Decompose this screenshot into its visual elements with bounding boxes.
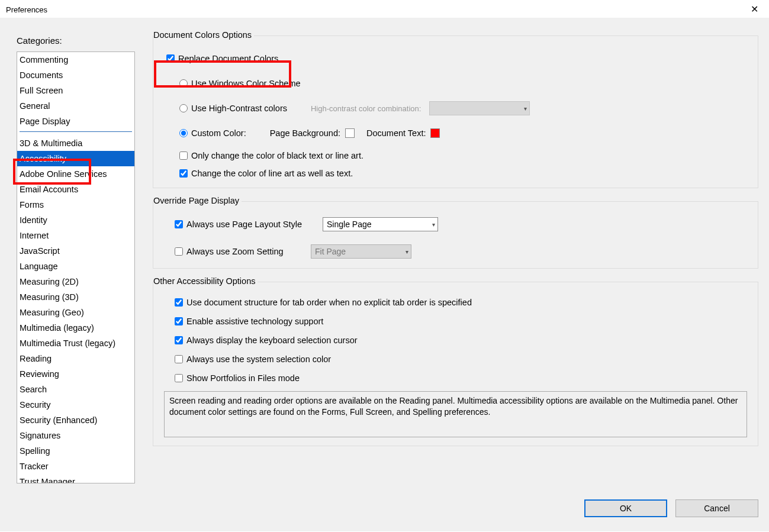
legend-other: Other Accessibility Options bbox=[153, 276, 258, 286]
checkbox-sys-sel-color[interactable] bbox=[175, 355, 183, 363]
category-item[interactable]: 3D & Multimedia bbox=[17, 136, 134, 151]
chevron-down-icon: ▾ bbox=[524, 105, 527, 112]
row-custom-color: Custom Color: Page Background: Document … bbox=[164, 128, 747, 138]
radio-custom-color[interactable] bbox=[179, 129, 188, 137]
chevron-down-icon: ▾ bbox=[406, 249, 408, 255]
row-use-high-contrast: Use High-Contrast colors High-contrast c… bbox=[164, 101, 747, 115]
label-kb-cursor: Always display the keyboard selection cu… bbox=[186, 336, 358, 345]
checkbox-zoom-setting[interactable] bbox=[175, 247, 183, 256]
category-item[interactable]: Security (Enhanced) bbox=[17, 412, 134, 428]
category-item[interactable]: JavaScript bbox=[17, 243, 134, 259]
category-item[interactable]: Reading bbox=[17, 351, 134, 366]
category-item[interactable]: Search bbox=[17, 382, 134, 397]
combo-zoom-value: Fit Page bbox=[315, 247, 346, 256]
row-sys-sel-color: Always use the system selection color bbox=[164, 354, 747, 364]
main-area: Categories: CommentingDocumentsFull Scre… bbox=[0, 18, 769, 531]
row-zoom-setting: Always use Zoom Setting Fit Page ▾ bbox=[164, 244, 747, 259]
row-only-black: Only change the color of black text or l… bbox=[164, 151, 747, 160]
info-box-accessibility: Screen reading and reading order options… bbox=[164, 391, 747, 437]
label-document-text: Document Text: bbox=[366, 128, 426, 138]
close-icon[interactable]: ✕ bbox=[747, 5, 762, 14]
label-custom-color: Custom Color: bbox=[191, 128, 246, 138]
group-document-colors: Document Colors Options Replace Document… bbox=[153, 36, 758, 188]
category-item[interactable]: Tracker bbox=[17, 459, 134, 474]
checkbox-kb-cursor[interactable] bbox=[175, 336, 183, 344]
group-override-page-display: Override Page Display Always use Page La… bbox=[153, 201, 758, 269]
category-item[interactable]: Identity bbox=[17, 212, 134, 228]
radio-high-contrast[interactable] bbox=[179, 104, 188, 112]
cancel-button[interactable]: Cancel bbox=[675, 499, 758, 517]
category-item[interactable]: Security bbox=[17, 397, 134, 412]
chevron-down-icon: ▾ bbox=[432, 221, 435, 228]
combo-page-layout[interactable]: Single Page ▾ bbox=[323, 217, 438, 231]
row-use-windows-scheme: Use Windows Color Scheme bbox=[164, 79, 747, 88]
combo-high-contrast: ▾ bbox=[429, 101, 530, 115]
label-change-lineart: Change the color of line art as well as … bbox=[191, 169, 353, 178]
label-replace-document-colors: Replace Document Colors bbox=[178, 54, 278, 63]
row-portfolios: Show Portfolios in Files mode bbox=[164, 373, 747, 383]
category-item[interactable]: Documents bbox=[17, 67, 134, 83]
category-item[interactable]: Multimedia Trust (legacy) bbox=[17, 336, 134, 351]
dialog-buttons: OK Cancel bbox=[584, 499, 758, 517]
swatch-document-text[interactable] bbox=[430, 128, 440, 138]
category-item[interactable]: Page Display bbox=[17, 114, 134, 129]
category-item[interactable]: Internet bbox=[17, 228, 134, 243]
category-item[interactable]: Measuring (3D) bbox=[17, 289, 134, 305]
row-tab-order: Use document structure for tab order whe… bbox=[164, 298, 747, 307]
radio-use-windows-scheme[interactable] bbox=[179, 79, 188, 88]
ok-button[interactable]: OK bbox=[584, 499, 667, 517]
combo-zoom-setting: Fit Page ▾ bbox=[311, 244, 411, 259]
checkbox-replace-document-colors[interactable] bbox=[166, 54, 175, 63]
checkbox-tab-order[interactable] bbox=[175, 298, 183, 307]
row-assistive: Enable assistive technology support bbox=[164, 317, 747, 326]
checkbox-change-lineart[interactable] bbox=[179, 169, 188, 178]
checkbox-only-black-text[interactable] bbox=[179, 151, 188, 160]
row-replace-colors: Replace Document Colors bbox=[166, 54, 747, 63]
legend-document-colors: Document Colors Options bbox=[153, 30, 254, 40]
label-tab-order: Use document structure for tab order whe… bbox=[186, 298, 472, 307]
window-title: Preferences bbox=[6, 5, 47, 14]
checkbox-portfolios[interactable] bbox=[175, 374, 183, 382]
label-zoom-setting: Always use Zoom Setting bbox=[186, 247, 311, 256]
checkbox-assistive-tech[interactable] bbox=[175, 317, 183, 325]
checkbox-page-layout-style[interactable] bbox=[175, 220, 183, 228]
label-only-black-text: Only change the color of black text or l… bbox=[191, 151, 363, 160]
label-use-windows-scheme: Use Windows Color Scheme bbox=[191, 79, 301, 88]
category-item[interactable]: Measuring (Geo) bbox=[17, 305, 134, 320]
label-sys-sel-color: Always use the system selection color bbox=[186, 354, 331, 364]
category-item[interactable]: General bbox=[17, 98, 134, 114]
category-item[interactable]: Commenting bbox=[17, 52, 134, 67]
category-item[interactable]: Trust Manager bbox=[17, 474, 134, 483]
category-item[interactable]: Accessibility bbox=[17, 151, 134, 166]
group-other-accessibility: Other Accessibility Options Use document… bbox=[153, 282, 758, 446]
label-portfolios: Show Portfolios in Files mode bbox=[186, 373, 300, 383]
categories-list[interactable]: CommentingDocumentsFull ScreenGeneralPag… bbox=[17, 51, 135, 483]
category-item[interactable]: Email Accounts bbox=[17, 182, 134, 197]
label-high-contrast: Use High-Contrast colors bbox=[191, 104, 287, 113]
categories-label: Categories: bbox=[17, 36, 135, 46]
label-high-contrast-combo: High-contrast color combination: bbox=[311, 104, 421, 113]
category-item[interactable]: Full Screen bbox=[17, 83, 134, 98]
label-assistive-tech: Enable assistive technology support bbox=[186, 317, 323, 326]
legend-override: Override Page Display bbox=[153, 196, 242, 205]
combo-page-layout-value: Single Page bbox=[327, 220, 372, 229]
category-item[interactable]: Multimedia (legacy) bbox=[17, 320, 134, 336]
category-item[interactable]: Forms bbox=[17, 197, 134, 212]
row-page-layout: Always use Page Layout Style Single Page… bbox=[164, 217, 747, 231]
category-item[interactable]: Signatures bbox=[17, 428, 134, 443]
category-item[interactable]: Spelling bbox=[17, 443, 134, 459]
row-kb-cursor: Always display the keyboard selection cu… bbox=[164, 336, 747, 345]
title-bar: Preferences ✕ bbox=[0, 0, 769, 18]
category-separator bbox=[20, 131, 132, 132]
category-item[interactable]: Measuring (2D) bbox=[17, 274, 134, 289]
row-change-lineart: Change the color of line art as well as … bbox=[164, 169, 747, 178]
category-item[interactable]: Language bbox=[17, 259, 134, 274]
swatch-page-background[interactable] bbox=[345, 128, 355, 138]
category-item[interactable]: Reviewing bbox=[17, 366, 134, 382]
label-page-background: Page Background: bbox=[270, 128, 340, 138]
category-item[interactable]: Adobe Online Services bbox=[17, 166, 134, 182]
label-page-layout-style: Always use Page Layout Style bbox=[186, 220, 323, 229]
